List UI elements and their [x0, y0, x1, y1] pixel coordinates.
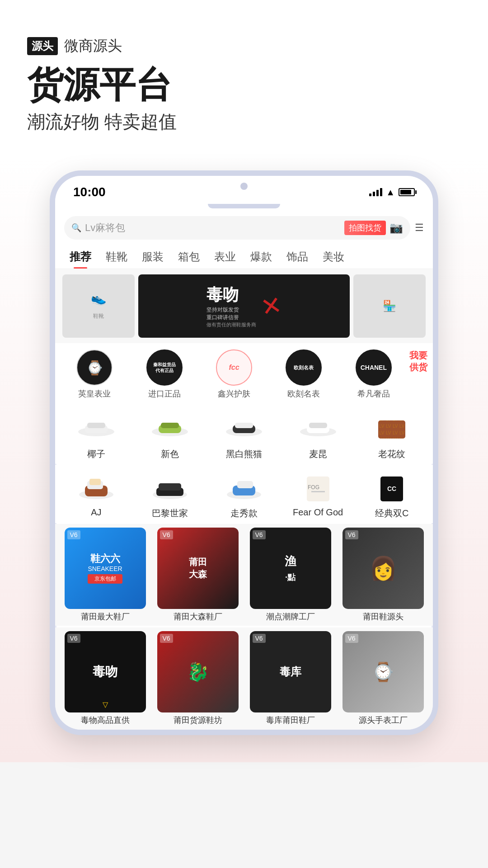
tab-beauty[interactable]: 美妆 [315, 245, 352, 269]
product-img-runway [217, 468, 271, 505]
tab-hot[interactable]: 爆款 [243, 245, 279, 269]
product-item-aj[interactable]: AJ [65, 468, 128, 519]
logo-badge: 源头 [27, 37, 58, 55]
merchant-item-3[interactable]: V6 渔·點 潮点潮牌工厂 [246, 528, 335, 622]
search-placeholder: Lv麻将包 [85, 221, 341, 235]
svg-rect-2 [87, 423, 105, 428]
tab-clothing[interactable]: 服装 [135, 245, 171, 269]
product-item-panda[interactable]: 黑白熊猫 [212, 409, 276, 460]
merchant-name-1: 莆田最大鞋厂 [81, 612, 130, 622]
merchant-card-4: V6 👩 [343, 528, 424, 609]
product-label-aj: AJ [91, 507, 101, 518]
status-icons: ▲ [369, 187, 415, 198]
product-item-cc[interactable]: CC 经典双C [360, 468, 423, 519]
tab-jewelry[interactable]: 饰品 [279, 245, 315, 269]
svg-rect-21 [159, 483, 181, 491]
header-title: 货源平台 [27, 65, 461, 105]
battery-icon [399, 188, 415, 196]
svg-rect-18 [89, 479, 101, 485]
header-desc: 潮流好物 特卖超值 [27, 109, 461, 134]
shop-icon-item-2[interactable]: 秦和益货品代有正品 进口正品 [130, 349, 198, 399]
svg-rect-24 [237, 481, 253, 488]
banner-right[interactable]: 🏪 [353, 274, 426, 338]
merchant-item-4[interactable]: V6 👩 莆田鞋源头 [338, 528, 427, 622]
product-item-maikun[interactable]: 麦昆 [286, 409, 350, 460]
merchant-card-8: V6 ⌚ [343, 631, 424, 712]
product-label-runway: 走秀款 [230, 507, 258, 519]
product-img-aj [69, 468, 123, 505]
header: 源头 微商源头 货源平台 潮流好物 特卖超值 [0, 0, 488, 152]
product-item-runway[interactable]: 走秀款 [212, 468, 276, 519]
shop-icon-item-1[interactable]: ⌚ 英皇表业 [61, 349, 128, 399]
product-label-cc: 经典双C [375, 507, 408, 519]
camera-dot [240, 183, 248, 190]
product-row-2: AJ 巴黎世家 走秀款 FOG [61, 468, 427, 519]
tab-recommend[interactable]: 推荐 [62, 245, 99, 269]
product-img-maikun [291, 409, 345, 445]
shop-icon-label-5: 希凡奢品 [357, 388, 390, 399]
banner-left[interactable]: 👟鞋靴 [62, 274, 135, 338]
product-label-newcolor: 新色 [161, 448, 179, 460]
search-box[interactable]: 🔍 Lv麻将包 拍图找货 📷 [64, 216, 410, 240]
svg-rect-11 [309, 423, 327, 428]
product-img-coconut [69, 409, 123, 445]
banner-main[interactable]: 毒吻 坚持对版发货 重口碑讲信誉 做有责任的潮鞋服务商 ✕ [138, 274, 350, 338]
product-item-fog[interactable]: FOG Fear Of God [286, 468, 350, 519]
wifi-icon: ▲ [386, 187, 395, 198]
menu-icon[interactable]: ☰ [415, 222, 424, 234]
banner-main-sub2: 重口碑讲信誉 [206, 314, 256, 321]
merchant-item-5[interactable]: V6 毒吻 ▽ 毒物高品直供 [61, 631, 150, 726]
svg-rect-27 [311, 491, 325, 492]
svg-rect-8 [235, 423, 253, 428]
product-img-cc: CC [365, 468, 419, 505]
product-item-coconut[interactable]: 椰子 [65, 409, 128, 460]
merchant-item-7[interactable]: V6 毒库 毒库莆田鞋厂 [246, 631, 335, 726]
shop-icon-circle-5: CHANEL [356, 349, 392, 386]
product-item-oldpattern[interactable]: LV 老花纹 [360, 409, 423, 460]
product-item-newcolor[interactable]: 新色 [138, 409, 202, 460]
product-section-1: 椰子 新色 黑白熊猫 [55, 406, 433, 464]
shop-icon-label-4: 欧刻名表 [287, 388, 320, 399]
shop-icon-item-5[interactable]: CHANEL 希凡奢品 [340, 349, 408, 399]
merchant-item-8[interactable]: V6 ⌚ 源头手表工厂 [338, 631, 427, 726]
product-item-balenciaga[interactable]: 巴黎世家 [138, 468, 202, 519]
status-time: 10:00 [73, 185, 106, 199]
header-top: 源头 微商源头 [27, 36, 461, 56]
product-label-oldpattern: 老花纹 [378, 448, 405, 460]
status-bar: 10:00 ▲ [55, 176, 433, 204]
shop-icon-circle-1: ⌚ [76, 349, 113, 386]
svg-rect-5 [161, 423, 179, 428]
merchant-name-3: 潮点潮牌工厂 [266, 612, 315, 622]
merchant-card-7: V6 毒库 [250, 631, 331, 712]
merchant-item-1[interactable]: V6 鞋六六 SNEAKEER 京东包邮 莆田最大鞋厂 [61, 528, 150, 622]
merchant-item-2[interactable]: V6 莆田大森 莆田大森鞋厂 [153, 528, 242, 622]
merchant-card-5: V6 毒吻 ▽ [65, 631, 146, 712]
merchant-card-1: V6 鞋六六 SNEAKEER 京东包邮 [65, 528, 146, 609]
camera-icon[interactable]: 📷 [389, 222, 403, 234]
product-label-balenciaga: 巴黎世家 [152, 507, 188, 519]
merchant-item-6[interactable]: V6 🐉 莆田货源鞋坊 [153, 631, 242, 726]
shop-icon-label-2: 进口正品 [148, 388, 181, 399]
product-label-fog: Fear Of God [293, 507, 343, 518]
merchant-top-row: V6 鞋六六 SNEAKEER 京东包邮 莆田最大鞋厂 V6 莆田大森 莆田大森… [55, 524, 433, 626]
merchant-name-4: 莆田鞋源头 [363, 612, 404, 622]
shop-icon-item-3[interactable]: fcc 鑫兴护肤 [200, 349, 268, 399]
merchant-card-2: V6 莆田大森 [157, 528, 239, 609]
product-label-coconut: 椰子 [87, 448, 105, 460]
supply-button[interactable]: 我要 供货 [409, 349, 427, 373]
tab-watches[interactable]: 表业 [207, 245, 243, 269]
product-row-1: 椰子 新色 黑白熊猫 [61, 409, 427, 460]
merchant-name-7: 毒库莆田鞋厂 [266, 715, 315, 726]
shop-icon-item-4[interactable]: 欧刻名表 欧刻名表 [270, 349, 338, 399]
search-photo-badge[interactable]: 拍图找货 [344, 221, 386, 235]
shop-icons-row: ⌚ 英皇表业 秦和益货品代有正品 进口正品 fcc 鑫兴护肤 欧刻名表 [55, 343, 433, 406]
merchant-card-6: V6 🐉 [157, 631, 239, 712]
merchant-name-8: 源头手表工厂 [359, 715, 408, 726]
shop-icon-circle-3: fcc [216, 349, 252, 386]
tab-shoes[interactable]: 鞋靴 [99, 245, 135, 269]
shop-icon-circle-2: 秦和益货品代有正品 [146, 349, 183, 386]
product-label-panda: 黑白熊猫 [226, 448, 262, 460]
merchant-name-2: 莆田大森鞋厂 [174, 612, 222, 622]
merchant-card-3: V6 渔·點 [250, 528, 331, 609]
tab-bags[interactable]: 箱包 [171, 245, 207, 269]
